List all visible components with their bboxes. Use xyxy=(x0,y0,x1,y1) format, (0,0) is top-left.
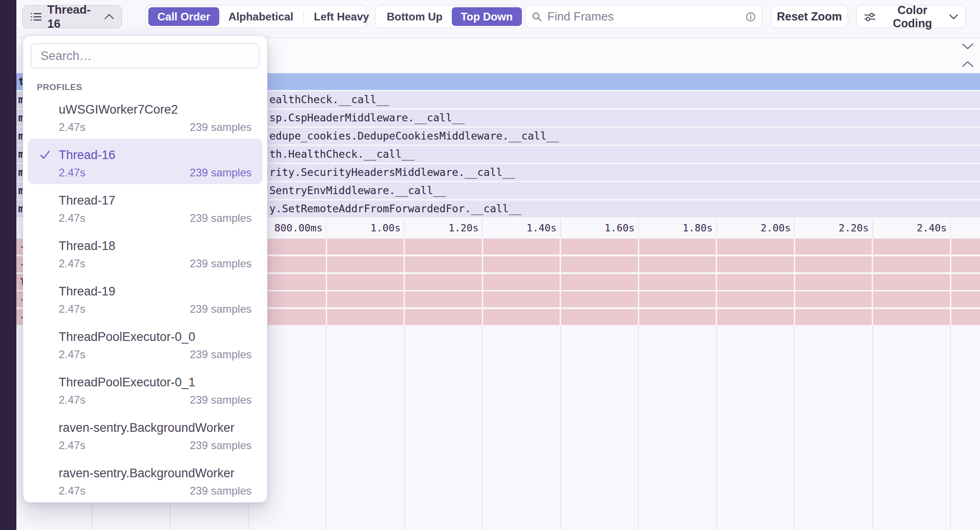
toolbar: Thread-16 Call OrderAlphabeticalLeft Hea… xyxy=(0,0,980,33)
profile-duration: 2.47s xyxy=(59,257,86,270)
time-axis-tick: 2.40s xyxy=(917,219,947,237)
find-frames-searchbox xyxy=(525,5,763,28)
sort-option-left-heavy[interactable]: Left Heavy xyxy=(305,7,378,26)
profile-sample-count: 239 samples xyxy=(190,302,252,316)
profile-option[interactable]: raven-sentry.BackgroundWorker2.47s239 sa… xyxy=(28,411,263,457)
profile-option[interactable]: Thread-162.47s239 samples xyxy=(28,139,263,184)
gridline xyxy=(560,219,561,239)
color-coding-button[interactable]: Color Coding xyxy=(856,5,966,28)
profile-name: ThreadPoolExecutor-0_0 xyxy=(59,330,252,344)
profile-name: Thread-18 xyxy=(59,239,252,253)
chevron-up-icon xyxy=(962,61,974,67)
time-axis-tick: 1.00s xyxy=(370,219,400,237)
gridline xyxy=(326,325,327,530)
profile-sample-count: 239 samples xyxy=(190,166,252,180)
chevron-down-icon xyxy=(962,43,974,50)
gridline xyxy=(560,325,561,530)
profile-option[interactable]: ThreadPoolExecutor-0_02.47s239 samples xyxy=(28,320,263,366)
profile-sample-count: 239 samples xyxy=(190,120,252,134)
gridline xyxy=(794,239,795,325)
frame-label: y.SetRemoteAddrFromForwardedFor.__call__ xyxy=(269,200,521,217)
flamegraph-collapse-button[interactable] xyxy=(962,61,974,67)
app-sidebar-strip xyxy=(0,0,16,530)
thread-selector-label: Thread-16 xyxy=(47,3,99,31)
profile-duration: 2.47s xyxy=(59,120,86,134)
color-coding-label: Color Coding xyxy=(880,4,945,30)
segment-divider xyxy=(303,11,304,23)
profile-option[interactable]: raven-sentry.BackgroundWorker2.47s239 sa… xyxy=(28,457,263,502)
profile-option[interactable]: Thread-192.47s239 samples xyxy=(28,275,263,320)
thread-selector-button[interactable]: Thread-16 xyxy=(22,5,122,28)
gridline xyxy=(326,239,327,325)
profile-name: Thread-17 xyxy=(59,193,252,208)
profile-sample-count: 239 samples xyxy=(190,439,252,452)
gridline xyxy=(404,219,405,239)
profile-sample-count: 239 samples xyxy=(190,393,252,407)
profile-duration: 2.47s xyxy=(59,211,86,225)
reset-zoom-button[interactable]: Reset Zoom xyxy=(771,5,848,28)
time-axis-tick: 1.40s xyxy=(526,219,556,237)
profile-sample-count: 239 samples xyxy=(190,348,252,361)
profile-meta: 2.47s239 samples xyxy=(59,302,252,316)
gridline xyxy=(716,219,717,239)
frame-label: rity.SecurityHeadersMiddleware.__call__ xyxy=(269,164,515,181)
gridline xyxy=(950,325,951,530)
profile-duration: 2.47s xyxy=(59,302,86,316)
list-icon xyxy=(30,11,42,23)
profile-meta: 2.47s239 samples xyxy=(59,120,252,134)
time-axis-tick: 1.60s xyxy=(605,219,635,237)
profiler-flamegraph-app: tmealthCheck.__call__msp.CspHeaderMiddle… xyxy=(0,0,980,530)
gridline xyxy=(638,239,639,325)
profile-meta: 2.47s239 samples xyxy=(59,484,252,498)
gridline xyxy=(872,219,873,239)
gridline xyxy=(950,219,951,239)
profile-option[interactable]: Thread-172.47s239 samples xyxy=(28,184,263,230)
profiles-section-label: PROFILES xyxy=(37,82,82,92)
frame-label: SentryEnvMiddleware.__call__ xyxy=(269,182,446,199)
profile-option[interactable]: uWSGIWorker7Core22.47s239 samples xyxy=(28,93,263,139)
profile-name: raven-sentry.BackgroundWorker xyxy=(59,420,252,435)
profile-name: uWSGIWorker7Core2 xyxy=(59,102,252,117)
gridline xyxy=(326,219,327,239)
gridline xyxy=(404,239,405,325)
profile-search-box xyxy=(30,43,260,69)
check-icon xyxy=(40,150,51,160)
profile-sample-count: 239 samples xyxy=(190,257,252,270)
profile-sample-count: 239 samples xyxy=(190,484,252,498)
gridline xyxy=(716,325,717,530)
gridline xyxy=(794,325,795,530)
minimap-collapse-button[interactable] xyxy=(962,43,974,50)
profile-meta: 2.47s239 samples xyxy=(59,211,252,225)
profile-search-input[interactable] xyxy=(40,49,251,64)
sort-option-call-order[interactable]: Call Order xyxy=(148,7,219,26)
profile-meta: 2.47s239 samples xyxy=(59,393,252,407)
profile-meta: 2.47s239 samples xyxy=(59,439,252,452)
gridline xyxy=(638,219,639,239)
profile-meta: 2.47s239 samples xyxy=(59,166,252,180)
frame-label: ealthCheck.__call__ xyxy=(269,91,389,108)
gridline xyxy=(794,219,795,239)
direction-option-bottom-up[interactable]: Bottom Up xyxy=(378,7,452,26)
frame-label: th.HealthCheck.__call__ xyxy=(269,146,414,163)
chevron-up-icon xyxy=(104,13,114,20)
profile-meta: 2.47s239 samples xyxy=(59,257,252,270)
sort-option-alphabetical[interactable]: Alphabetical xyxy=(219,7,303,26)
find-frames-input[interactable] xyxy=(546,9,741,24)
direction-segmented-control: Bottom UpTop Down xyxy=(375,5,517,28)
direction-option-top-down[interactable]: Top Down xyxy=(452,7,522,26)
gridline xyxy=(482,239,483,325)
gridline xyxy=(950,239,951,325)
profile-duration: 2.47s xyxy=(59,393,86,407)
profile-option[interactable]: ThreadPoolExecutor-0_12.47s239 samples xyxy=(28,366,263,411)
gridline xyxy=(404,325,405,530)
gridline xyxy=(482,219,483,239)
profile-sample-count: 239 samples xyxy=(190,211,252,225)
time-axis-tick: 2.00s xyxy=(761,219,791,237)
profile-duration: 2.47s xyxy=(59,166,86,180)
profile-meta: 2.47s239 samples xyxy=(59,348,252,361)
profile-option[interactable]: Thread-182.47s239 samples xyxy=(28,230,263,275)
gridline xyxy=(872,239,873,325)
profile-duration: 2.47s xyxy=(59,439,86,452)
profile-dropdown-panel: PROFILES uWSGIWorker7Core22.47s239 sampl… xyxy=(23,35,268,503)
gridline xyxy=(482,325,483,530)
